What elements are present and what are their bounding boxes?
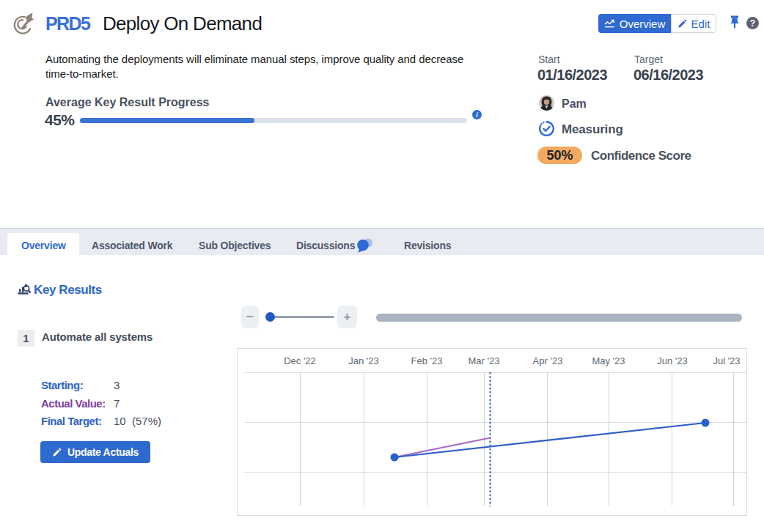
- svg-text:Feb '23: Feb '23: [411, 355, 443, 366]
- svg-text:Mar '23: Mar '23: [469, 355, 500, 366]
- svg-text:Apr '23: Apr '23: [533, 355, 563, 366]
- svg-text:May '23: May '23: [592, 355, 625, 366]
- svg-text:Jan '23: Jan '23: [348, 355, 379, 366]
- svg-text:Jun '23: Jun '23: [657, 355, 688, 366]
- svg-text:Jul '23: Jul '23: [713, 355, 740, 366]
- svg-text:Dec '22: Dec '22: [284, 355, 316, 366]
